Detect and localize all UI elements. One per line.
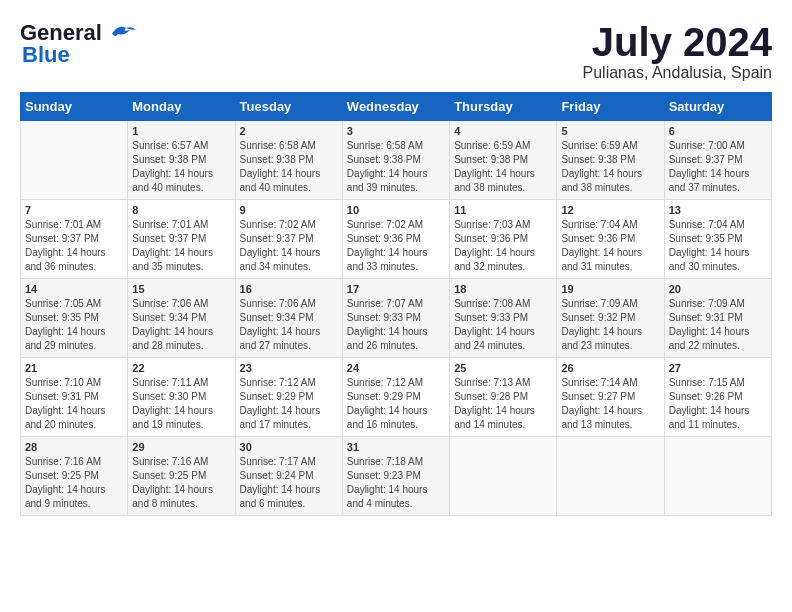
day-info: Sunrise: 7:05 AMSunset: 9:35 PMDaylight:… — [25, 297, 123, 353]
day-number: 4 — [454, 125, 552, 137]
calendar-cell: 16 Sunrise: 7:06 AMSunset: 9:34 PMDaylig… — [235, 279, 342, 358]
day-info: Sunrise: 6:58 AMSunset: 9:38 PMDaylight:… — [347, 139, 445, 195]
day-number: 28 — [25, 441, 123, 453]
day-info: Sunrise: 7:16 AMSunset: 9:25 PMDaylight:… — [132, 455, 230, 511]
day-number: 9 — [240, 204, 338, 216]
week-row-1: 7 Sunrise: 7:01 AMSunset: 9:37 PMDayligh… — [21, 200, 772, 279]
calendar-cell: 23 Sunrise: 7:12 AMSunset: 9:29 PMDaylig… — [235, 358, 342, 437]
day-number: 27 — [669, 362, 767, 374]
day-info: Sunrise: 7:03 AMSunset: 9:36 PMDaylight:… — [454, 218, 552, 274]
day-number: 25 — [454, 362, 552, 374]
week-row-3: 21 Sunrise: 7:10 AMSunset: 9:31 PMDaylig… — [21, 358, 772, 437]
calendar-cell: 28 Sunrise: 7:16 AMSunset: 9:25 PMDaylig… — [21, 437, 128, 516]
day-info: Sunrise: 7:02 AMSunset: 9:37 PMDaylight:… — [240, 218, 338, 274]
day-info: Sunrise: 7:12 AMSunset: 9:29 PMDaylight:… — [240, 376, 338, 432]
calendar-cell: 31 Sunrise: 7:18 AMSunset: 9:23 PMDaylig… — [342, 437, 449, 516]
day-number: 13 — [669, 204, 767, 216]
day-number: 1 — [132, 125, 230, 137]
day-number: 30 — [240, 441, 338, 453]
calendar-cell: 15 Sunrise: 7:06 AMSunset: 9:34 PMDaylig… — [128, 279, 235, 358]
day-info: Sunrise: 7:06 AMSunset: 9:34 PMDaylight:… — [240, 297, 338, 353]
day-info: Sunrise: 7:12 AMSunset: 9:29 PMDaylight:… — [347, 376, 445, 432]
logo: General Blue — [20, 20, 136, 68]
day-info: Sunrise: 7:15 AMSunset: 9:26 PMDaylight:… — [669, 376, 767, 432]
calendar-cell: 17 Sunrise: 7:07 AMSunset: 9:33 PMDaylig… — [342, 279, 449, 358]
header-friday: Friday — [557, 93, 664, 121]
calendar-cell — [664, 437, 771, 516]
day-number: 14 — [25, 283, 123, 295]
calendar-cell: 27 Sunrise: 7:15 AMSunset: 9:26 PMDaylig… — [664, 358, 771, 437]
calendar-cell: 26 Sunrise: 7:14 AMSunset: 9:27 PMDaylig… — [557, 358, 664, 437]
day-number: 2 — [240, 125, 338, 137]
day-number: 31 — [347, 441, 445, 453]
day-info: Sunrise: 6:58 AMSunset: 9:38 PMDaylight:… — [240, 139, 338, 195]
day-number: 12 — [561, 204, 659, 216]
calendar-cell: 7 Sunrise: 7:01 AMSunset: 9:37 PMDayligh… — [21, 200, 128, 279]
day-info: Sunrise: 6:57 AMSunset: 9:38 PMDaylight:… — [132, 139, 230, 195]
calendar-cell: 8 Sunrise: 7:01 AMSunset: 9:37 PMDayligh… — [128, 200, 235, 279]
calendar-cell: 14 Sunrise: 7:05 AMSunset: 9:35 PMDaylig… — [21, 279, 128, 358]
day-info: Sunrise: 7:18 AMSunset: 9:23 PMDaylight:… — [347, 455, 445, 511]
day-info: Sunrise: 7:09 AMSunset: 9:32 PMDaylight:… — [561, 297, 659, 353]
calendar-cell: 29 Sunrise: 7:16 AMSunset: 9:25 PMDaylig… — [128, 437, 235, 516]
day-number: 8 — [132, 204, 230, 216]
calendar-cell: 22 Sunrise: 7:11 AMSunset: 9:30 PMDaylig… — [128, 358, 235, 437]
title-block: July 2024 Pulianas, Andalusia, Spain — [583, 20, 772, 82]
calendar-cell: 19 Sunrise: 7:09 AMSunset: 9:32 PMDaylig… — [557, 279, 664, 358]
calendar-cell — [21, 121, 128, 200]
day-number: 11 — [454, 204, 552, 216]
calendar-cell: 10 Sunrise: 7:02 AMSunset: 9:36 PMDaylig… — [342, 200, 449, 279]
header-sunday: Sunday — [21, 93, 128, 121]
day-number: 18 — [454, 283, 552, 295]
calendar-cell: 30 Sunrise: 7:17 AMSunset: 9:24 PMDaylig… — [235, 437, 342, 516]
day-info: Sunrise: 7:01 AMSunset: 9:37 PMDaylight:… — [25, 218, 123, 274]
calendar-cell: 3 Sunrise: 6:58 AMSunset: 9:38 PMDayligh… — [342, 121, 449, 200]
day-info: Sunrise: 7:04 AMSunset: 9:36 PMDaylight:… — [561, 218, 659, 274]
calendar-cell: 1 Sunrise: 6:57 AMSunset: 9:38 PMDayligh… — [128, 121, 235, 200]
day-number: 24 — [347, 362, 445, 374]
day-info: Sunrise: 7:04 AMSunset: 9:35 PMDaylight:… — [669, 218, 767, 274]
calendar-cell: 12 Sunrise: 7:04 AMSunset: 9:36 PMDaylig… — [557, 200, 664, 279]
header-monday: Monday — [128, 93, 235, 121]
calendar-cell — [450, 437, 557, 516]
day-number: 17 — [347, 283, 445, 295]
calendar-cell — [557, 437, 664, 516]
calendar-cell: 11 Sunrise: 7:03 AMSunset: 9:36 PMDaylig… — [450, 200, 557, 279]
day-info: Sunrise: 7:14 AMSunset: 9:27 PMDaylight:… — [561, 376, 659, 432]
week-row-4: 28 Sunrise: 7:16 AMSunset: 9:25 PMDaylig… — [21, 437, 772, 516]
location-subtitle: Pulianas, Andalusia, Spain — [583, 64, 772, 82]
day-number: 7 — [25, 204, 123, 216]
calendar-table: SundayMondayTuesdayWednesdayThursdayFrid… — [20, 92, 772, 516]
day-number: 5 — [561, 125, 659, 137]
calendar-cell: 25 Sunrise: 7:13 AMSunset: 9:28 PMDaylig… — [450, 358, 557, 437]
day-info: Sunrise: 7:11 AMSunset: 9:30 PMDaylight:… — [132, 376, 230, 432]
day-info: Sunrise: 7:13 AMSunset: 9:28 PMDaylight:… — [454, 376, 552, 432]
day-number: 6 — [669, 125, 767, 137]
day-info: Sunrise: 7:02 AMSunset: 9:36 PMDaylight:… — [347, 218, 445, 274]
header-thursday: Thursday — [450, 93, 557, 121]
day-info: Sunrise: 6:59 AMSunset: 9:38 PMDaylight:… — [561, 139, 659, 195]
week-row-0: 1 Sunrise: 6:57 AMSunset: 9:38 PMDayligh… — [21, 121, 772, 200]
day-number: 16 — [240, 283, 338, 295]
calendar-cell: 4 Sunrise: 6:59 AMSunset: 9:38 PMDayligh… — [450, 121, 557, 200]
day-info: Sunrise: 7:07 AMSunset: 9:33 PMDaylight:… — [347, 297, 445, 353]
calendar-cell: 6 Sunrise: 7:00 AMSunset: 9:37 PMDayligh… — [664, 121, 771, 200]
day-info: Sunrise: 6:59 AMSunset: 9:38 PMDaylight:… — [454, 139, 552, 195]
calendar-cell: 13 Sunrise: 7:04 AMSunset: 9:35 PMDaylig… — [664, 200, 771, 279]
day-number: 20 — [669, 283, 767, 295]
day-info: Sunrise: 7:09 AMSunset: 9:31 PMDaylight:… — [669, 297, 767, 353]
day-number: 22 — [132, 362, 230, 374]
day-number: 26 — [561, 362, 659, 374]
day-number: 23 — [240, 362, 338, 374]
day-info: Sunrise: 7:00 AMSunset: 9:37 PMDaylight:… — [669, 139, 767, 195]
day-number: 29 — [132, 441, 230, 453]
calendar-cell: 5 Sunrise: 6:59 AMSunset: 9:38 PMDayligh… — [557, 121, 664, 200]
logo-bird-icon — [104, 22, 136, 44]
day-info: Sunrise: 7:08 AMSunset: 9:33 PMDaylight:… — [454, 297, 552, 353]
calendar-cell: 20 Sunrise: 7:09 AMSunset: 9:31 PMDaylig… — [664, 279, 771, 358]
day-number: 3 — [347, 125, 445, 137]
day-info: Sunrise: 7:01 AMSunset: 9:37 PMDaylight:… — [132, 218, 230, 274]
week-row-2: 14 Sunrise: 7:05 AMSunset: 9:35 PMDaylig… — [21, 279, 772, 358]
day-number: 21 — [25, 362, 123, 374]
day-info: Sunrise: 7:10 AMSunset: 9:31 PMDaylight:… — [25, 376, 123, 432]
